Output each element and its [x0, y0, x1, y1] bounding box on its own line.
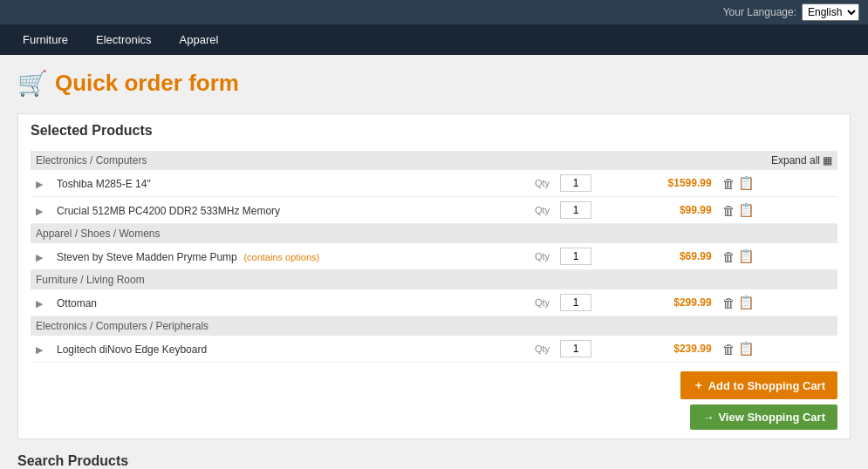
expand-all-cell: Expand all ▦	[717, 151, 837, 170]
expand-all-label: Expand all	[771, 154, 820, 167]
product-arrow-ottoman: ▶	[31, 289, 51, 316]
nav-furniture[interactable]: Furniture	[9, 24, 82, 55]
product-options-pump: (contains options)	[243, 252, 319, 262]
product-name-toshiba[interactable]: Toshiba M285-E 14"	[51, 170, 512, 197]
selected-products-title: Selected Products	[31, 123, 153, 139]
qty-input-crucial[interactable]	[560, 201, 591, 219]
actions-crucial: 🗑 📋	[717, 197, 837, 224]
category-label-apparel: Apparel / Shoes / Womens	[31, 224, 837, 244]
actions-ottoman: 🗑 📋	[717, 289, 837, 316]
category-row-apparel: Apparel / Shoes / Womens	[31, 224, 837, 244]
actions-pump: 🗑 📋	[717, 243, 837, 270]
qty-cell-ottoman	[555, 289, 625, 316]
qty-cell-crucial	[555, 197, 625, 224]
search-title: Search Products	[17, 453, 851, 469]
expand-all-btn[interactable]: Expand all ▦	[771, 154, 832, 167]
delete-icon-toshiba[interactable]: 🗑	[722, 176, 735, 191]
product-row-ottoman: ▶ Ottoman Qty $299.99 🗑 📋	[31, 289, 837, 316]
qty-label-pump: Qty	[512, 243, 555, 270]
nav-apparel[interactable]: Apparel	[166, 24, 233, 55]
price-crucial: $99.99	[625, 197, 717, 224]
price-keyboard: $239.99	[625, 336, 717, 363]
delete-icon-keyboard[interactable]: 🗑	[722, 342, 735, 357]
product-row-toshiba: ▶ Toshiba M285-E 14" Qty $1599.99 🗑 📋	[31, 170, 837, 197]
product-row-pump: ▶ Steven by Steve Madden Pryme Pump (con…	[31, 243, 837, 270]
product-name-keyboard[interactable]: Logitech diNovo Edge Keyboard	[51, 336, 512, 363]
qty-input-keyboard[interactable]	[560, 340, 591, 357]
qty-cell-toshiba	[555, 170, 625, 197]
qty-input-pump[interactable]	[560, 248, 591, 265]
category-label-electronics-computers: Electronics / Computers	[31, 151, 717, 170]
actions-keyboard: 🗑 📋	[717, 336, 837, 363]
products-table: Electronics / Computers Expand all ▦ ▶ T…	[31, 151, 837, 363]
delete-icon-pump[interactable]: 🗑	[722, 249, 735, 264]
top-bar: Your Language: English	[0, 0, 868, 24]
qty-input-ottoman[interactable]	[560, 294, 591, 311]
price-pump: $69.99	[625, 243, 717, 270]
category-row-furniture: Furniture / Living Room	[31, 270, 837, 290]
qty-label-toshiba: Qty	[512, 170, 555, 197]
nav-electronics[interactable]: Electronics	[82, 24, 166, 55]
language-label: Your Language:	[723, 6, 796, 18]
expand-icon: ▦	[823, 154, 832, 167]
price-ottoman: $299.99	[625, 289, 717, 316]
product-name-pump[interactable]: Steven by Steve Madden Pryme Pump (conta…	[51, 243, 512, 270]
qty-label-crucial: Qty	[512, 197, 555, 224]
product-arrow-crucial: ▶	[31, 197, 51, 224]
category-row-peripherals: Electronics / Computers / Peripherals	[31, 316, 837, 336]
category-label-peripherals: Electronics / Computers / Peripherals	[31, 316, 837, 336]
plus-icon: ＋	[693, 377, 704, 393]
qty-cell-pump	[555, 243, 625, 270]
product-row-crucial: ▶ Crucial 512MB PC4200 DDR2 533MHz Memor…	[31, 197, 837, 224]
view-cart-label: View Shopping Cart	[718, 411, 825, 424]
add-to-cart-label: Add to Shopping Cart	[708, 379, 825, 392]
category-label-furniture: Furniture / Living Room	[31, 270, 837, 290]
copy-icon-toshiba[interactable]: 📋	[738, 175, 755, 191]
search-section: Search Products You can search products …	[17, 453, 851, 469]
product-arrow-pump: ▶	[31, 243, 51, 270]
product-arrow-toshiba: ▶	[31, 170, 51, 197]
copy-icon-keyboard[interactable]: 📋	[738, 341, 755, 357]
price-toshiba: $1599.99	[625, 170, 717, 197]
product-row-keyboard: ▶ Logitech diNovo Edge Keyboard Qty $239…	[31, 336, 837, 363]
qty-cell-keyboard	[555, 336, 625, 363]
cart-icon: 🛒	[17, 69, 48, 98]
category-row-electronics-computers: Electronics / Computers Expand all ▦	[31, 151, 837, 170]
qty-input-toshiba[interactable]	[560, 174, 591, 192]
qty-label-keyboard: Qty	[512, 336, 555, 363]
cart-buttons: ＋ Add to Shopping Cart → View Shopping C…	[31, 371, 837, 430]
product-name-crucial[interactable]: Crucial 512MB PC4200 DDR2 533MHz Memory	[51, 197, 512, 224]
product-name-ottoman[interactable]: Ottoman	[51, 289, 512, 316]
product-arrow-keyboard: ▶	[31, 336, 51, 363]
language-select[interactable]: English	[802, 3, 859, 21]
view-cart-button[interactable]: → View Shopping Cart	[690, 404, 837, 430]
selected-products-section: Selected Products Electronics / Computer…	[17, 113, 851, 439]
arrow-icon: →	[702, 411, 714, 424]
main-nav: Furniture Electronics Apparel	[0, 24, 868, 55]
page-content: 🛒 Quick order form Selected Products Ele…	[0, 55, 868, 469]
copy-icon-pump[interactable]: 📋	[738, 248, 755, 264]
copy-icon-crucial[interactable]: 📋	[738, 202, 755, 218]
add-to-cart-button[interactable]: ＋ Add to Shopping Cart	[680, 371, 837, 399]
qty-label-ottoman: Qty	[512, 289, 555, 316]
delete-icon-ottoman[interactable]: 🗑	[722, 296, 735, 310]
actions-toshiba: 🗑 📋	[717, 170, 837, 197]
page-title: Quick order form	[55, 70, 239, 97]
delete-icon-crucial[interactable]: 🗑	[722, 203, 735, 218]
copy-icon-ottoman[interactable]: 📋	[738, 295, 755, 310]
page-title-area: 🛒 Quick order form	[17, 69, 851, 98]
